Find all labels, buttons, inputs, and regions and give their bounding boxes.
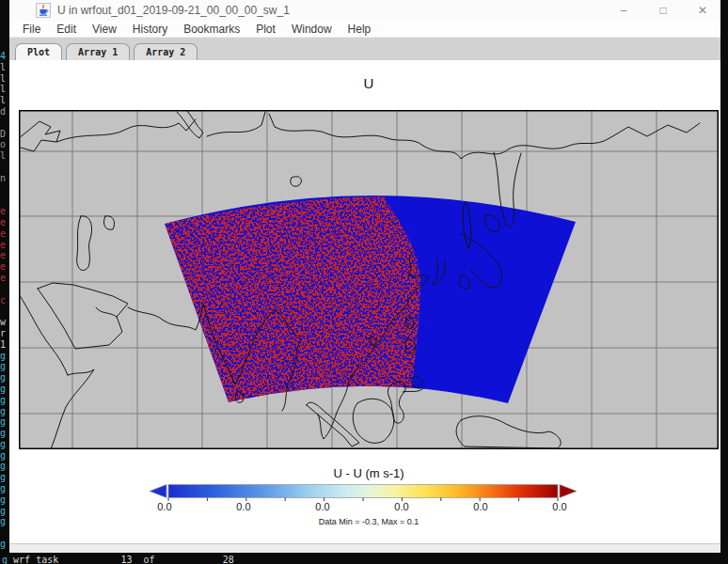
terminal-bottom-line: g wrf task 13 of 28 (2, 555, 728, 564)
colorbar-stats: Data Min = -0.3, Max = 0.1 (19, 517, 719, 526)
menu-edit[interactable]: Edit (56, 23, 76, 36)
window-title: U in wrfout_d01_2019-09-21_00_00_00_sw_1 (57, 4, 290, 17)
terminal-left-edge: 4 l l l l d D o l n e e e e e e e c w r … (0, 51, 9, 550)
maximize-icon[interactable]: □ (653, 4, 673, 17)
menu-help[interactable]: Help (348, 23, 372, 36)
screen: 4 l l l l d D o l n e e e e e e e c w r … (0, 0, 728, 564)
window-status-strip (9, 543, 720, 553)
colorbar[interactable] (147, 483, 579, 502)
menu-history[interactable]: History (133, 23, 167, 36)
minimize-icon[interactable]: – (613, 4, 634, 17)
map-plot[interactable] (19, 110, 719, 449)
plot-title: U (19, 75, 719, 91)
java-app-icon (36, 3, 51, 18)
close-icon[interactable]: ✕ (692, 4, 713, 17)
colorbar-tick-label: 0.0 (462, 501, 499, 512)
menu-window[interactable]: Window (292, 23, 332, 36)
tab-bar: PlotArray 1Array 2 (9, 38, 720, 60)
window-titlebar[interactable]: U in wrfout_d01_2019-09-21_00_00_00_sw_1… (9, 0, 720, 22)
colorbar-tick-label: 0.0 (225, 501, 262, 512)
tab-array-2[interactable]: Array 2 (134, 43, 198, 60)
tab-plot[interactable]: Plot (15, 43, 62, 60)
colorbar-title: U - U (m s-1) (19, 466, 719, 480)
menu-bar: FileEditViewHistoryBookmarksPlotWindowHe… (9, 21, 720, 38)
menu-view[interactable]: View (92, 23, 117, 36)
menu-file[interactable]: File (23, 23, 40, 36)
colorbar-right-arrow (560, 485, 577, 498)
menu-plot[interactable]: Plot (256, 23, 276, 36)
colorbar-left-arrow (150, 485, 166, 498)
colorbar-tick-label: 0.0 (383, 501, 420, 512)
colorbar-tick-label: 0.0 (541, 501, 578, 512)
colorbar-tick-label: 0.0 (304, 501, 341, 512)
window-controls: – □ ✕ (613, 0, 713, 21)
menu-bookmarks[interactable]: Bookmarks (183, 23, 240, 36)
tab-array-1[interactable]: Array 1 (66, 43, 130, 60)
colorbar-tick-label: 0.0 (146, 501, 183, 512)
